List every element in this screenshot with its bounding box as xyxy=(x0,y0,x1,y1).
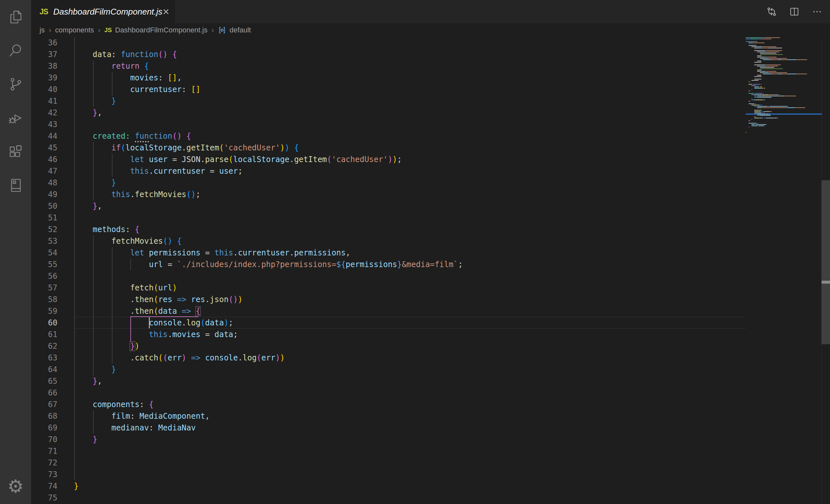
code-line[interactable]: 55 url = `./includes/index.php?permissio… xyxy=(31,259,830,270)
open-changes-button[interactable] xyxy=(765,5,778,18)
line-number[interactable]: 61 xyxy=(31,329,57,340)
line-number[interactable]: 54 xyxy=(31,247,57,259)
sidebar-item-run-debug[interactable] xyxy=(0,101,31,135)
scrollbar-slider[interactable] xyxy=(822,180,830,344)
sidebar-item-source-control[interactable] xyxy=(0,67,31,101)
line-number[interactable]: 56 xyxy=(31,270,57,282)
manage-gear-icon[interactable]: ⚙ xyxy=(0,468,31,504)
line-number[interactable]: 70 xyxy=(31,434,57,445)
code-line[interactable]: 63 .catch((err) => console.log(err)) xyxy=(31,352,830,364)
code-line[interactable]: 72 xyxy=(31,457,830,469)
code-line[interactable]: 67 components: { xyxy=(31,399,830,410)
code-line[interactable]: 58 .then(res => res.json()) xyxy=(31,294,830,305)
indent-guide xyxy=(93,247,94,259)
code-line[interactable]: 39 movies: [], xyxy=(31,72,830,83)
code-line[interactable]: 64 } xyxy=(31,364,830,375)
code-line[interactable]: 51 xyxy=(31,212,830,224)
code-line[interactable]: 74} xyxy=(31,480,830,492)
line-number[interactable]: 50 xyxy=(31,200,57,212)
line-number[interactable]: 62 xyxy=(31,340,57,352)
breadcrumb-item-js[interactable]: js xyxy=(39,26,45,34)
code-line[interactable]: 54 let permissions = this.currentuser.pe… xyxy=(31,247,830,259)
line-number[interactable]: 45 xyxy=(31,142,57,154)
line-number[interactable]: 43 xyxy=(31,119,57,130)
line-number[interactable]: 63 xyxy=(31,352,57,364)
code-line[interactable]: 75 xyxy=(31,492,830,504)
sidebar-item-journal[interactable] xyxy=(0,169,31,202)
code-line[interactable]: 62 }) xyxy=(31,340,830,352)
code-line[interactable]: 53 fetchMovies() { xyxy=(31,235,830,247)
code-line[interactable]: 40 currentuser: [] xyxy=(31,83,830,95)
breadcrumb-item-components[interactable]: components xyxy=(55,26,94,34)
code-line[interactable]: 44 created: function() { xyxy=(31,130,830,142)
code-line[interactable]: 70 } xyxy=(31,434,830,445)
line-number[interactable]: 42 xyxy=(31,107,57,119)
line-number[interactable]: 59 xyxy=(31,305,57,317)
code-line[interactable]: 56 xyxy=(31,270,830,282)
line-number[interactable]: 64 xyxy=(31,364,57,375)
code-line[interactable]: 68 film: MediaComponent, xyxy=(31,410,830,422)
line-number[interactable]: 51 xyxy=(31,212,57,224)
code-line[interactable]: 61 this.movies = data; xyxy=(31,329,830,340)
line-number[interactable]: 74 xyxy=(31,480,57,492)
code-line[interactable]: 45 if(localStorage.getItem('cachedUser')… xyxy=(31,142,830,154)
more-actions-button[interactable] xyxy=(810,5,824,18)
code-line[interactable]: 47 this.currentuser = user; xyxy=(31,165,830,177)
line-number[interactable]: 75 xyxy=(31,492,57,504)
sidebar-item-extensions[interactable] xyxy=(0,135,31,169)
code-line[interactable]: 52 methods: { xyxy=(31,224,830,235)
sidebar-item-explorer[interactable] xyxy=(0,0,31,34)
code-line[interactable]: 43 xyxy=(31,119,830,130)
code-line[interactable]: 42 }, xyxy=(31,107,830,119)
line-number[interactable]: 55 xyxy=(31,259,57,270)
minimap[interactable] xyxy=(746,37,822,137)
line-number[interactable]: 52 xyxy=(31,224,57,235)
line-number[interactable]: 69 xyxy=(31,422,57,434)
line-number[interactable]: 57 xyxy=(31,282,57,294)
line-number[interactable]: 39 xyxy=(31,72,57,83)
line-number[interactable]: 73 xyxy=(31,469,57,480)
code-line[interactable]: 60 console.log(data); xyxy=(31,317,830,329)
code-line[interactable]: 48 } xyxy=(31,177,830,189)
line-number[interactable]: 44 xyxy=(31,130,57,142)
line-number[interactable]: 67 xyxy=(31,399,57,410)
line-number[interactable]: 49 xyxy=(31,189,57,200)
sidebar-item-search[interactable] xyxy=(0,34,31,67)
code-line[interactable]: 57 fetch(url) xyxy=(31,282,830,294)
line-number[interactable]: 53 xyxy=(31,235,57,247)
code-line[interactable]: 71 xyxy=(31,445,830,457)
tab-close-icon[interactable] xyxy=(162,6,169,17)
line-number[interactable]: 65 xyxy=(31,375,57,387)
line-number[interactable]: 60 xyxy=(31,317,57,329)
line-number[interactable]: 37 xyxy=(31,48,57,60)
code-line[interactable]: 66 xyxy=(31,387,830,399)
line-number[interactable]: 48 xyxy=(31,177,57,189)
breadcrumb-item-symbol-default[interactable]: default xyxy=(229,26,251,34)
breadcrumb-item-file[interactable]: DashboardFilmComponent.js xyxy=(115,26,208,34)
line-number[interactable]: 47 xyxy=(31,165,57,177)
editor-pane[interactable]: 3637 data: function() {38 return {39 mov… xyxy=(31,37,830,504)
code-line[interactable]: 65 }, xyxy=(31,375,830,387)
split-editor-button[interactable] xyxy=(788,5,801,18)
line-number[interactable]: 41 xyxy=(31,95,57,107)
line-number[interactable]: 72 xyxy=(31,457,57,469)
code-line[interactable]: 41 } xyxy=(31,95,830,107)
line-number[interactable]: 71 xyxy=(31,445,57,457)
code-line[interactable]: 36 xyxy=(31,37,830,48)
tab-dashboardfilmcomponent[interactable]: JS DashboardFilmComponent.js xyxy=(31,0,175,23)
code-line[interactable]: 38 return { xyxy=(31,60,830,72)
code-line[interactable]: 50 }, xyxy=(31,200,830,212)
code-line[interactable]: 69 medianav: MediaNav xyxy=(31,422,830,434)
code-line[interactable]: 59 .then(data => { xyxy=(31,305,830,317)
code-line[interactable]: 46 let user = JSON.parse(localStorage.ge… xyxy=(31,154,830,165)
line-number[interactable]: 38 xyxy=(31,60,57,72)
line-number[interactable]: 46 xyxy=(31,154,57,165)
line-number[interactable]: 66 xyxy=(31,387,57,399)
line-number[interactable]: 58 xyxy=(31,294,57,305)
code-line[interactable]: 49 this.fetchMovies(); xyxy=(31,189,830,200)
code-line[interactable]: 37 data: function() { xyxy=(31,48,830,60)
line-number[interactable]: 40 xyxy=(31,83,57,95)
code-line[interactable]: 73 xyxy=(31,469,830,480)
line-number[interactable]: 68 xyxy=(31,410,57,422)
line-number[interactable]: 36 xyxy=(31,37,57,48)
